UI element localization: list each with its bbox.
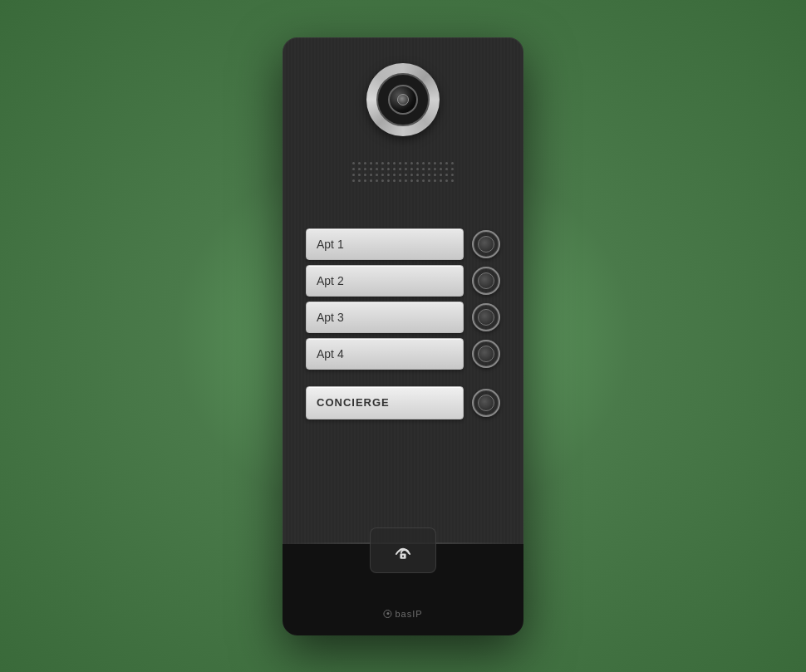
camera-mount: [366, 62, 440, 137]
nfc-section: [370, 527, 436, 573]
speaker-section: [320, 150, 486, 195]
apt1-button[interactable]: Apt 1: [306, 228, 464, 260]
apt3-call-button[interactable]: [472, 303, 500, 331]
brand-section: basIP: [383, 609, 422, 619]
apt4-call-button[interactable]: [472, 340, 500, 368]
apt3-call-button-inner: [478, 309, 494, 326]
apt2-call-button-inner: [478, 272, 494, 289]
concierge-section: CONCIERGE: [283, 386, 523, 419]
apt1-call-button[interactable]: [472, 230, 500, 258]
apt4-button[interactable]: Apt 4: [306, 338, 464, 370]
concierge-row: CONCIERGE: [306, 386, 500, 419]
svg-point-1: [402, 556, 404, 557]
nfc-icon: [388, 535, 418, 565]
camera-lens-center: [397, 94, 409, 105]
brand-name: basIP: [395, 609, 422, 619]
apt2-row: Apt 2: [306, 265, 500, 297]
apt1-call-button-inner: [478, 236, 494, 253]
buttons-section: Apt 1 Apt 2 Apt 3 Apt 4: [283, 228, 523, 370]
camera-section: [283, 37, 523, 145]
brand-logo: basIP: [383, 609, 422, 619]
camera-lens: [388, 85, 418, 115]
camera-ring-outer: [366, 63, 440, 136]
apt1-row: Apt 1: [306, 228, 500, 260]
brand-icon: [383, 610, 391, 618]
concierge-button[interactable]: CONCIERGE: [306, 386, 464, 419]
device-inner: Apt 1 Apt 2 Apt 3 Apt 4: [283, 37, 523, 635]
apt2-call-button[interactable]: [472, 267, 500, 295]
concierge-call-button-inner: [478, 395, 494, 411]
apt3-button[interactable]: Apt 3: [306, 302, 464, 333]
brand-dot: [386, 612, 389, 615]
apt4-row: Apt 4: [306, 338, 500, 370]
apt4-call-button-inner: [478, 346, 494, 362]
concierge-call-button[interactable]: [472, 389, 500, 417]
apt3-row: Apt 3: [306, 302, 500, 333]
intercom-device: Apt 1 Apt 2 Apt 3 Apt 4: [283, 37, 523, 635]
speaker-dots: [352, 162, 454, 182]
apt2-button[interactable]: Apt 2: [306, 265, 464, 297]
nfc-reader[interactable]: [370, 527, 436, 573]
camera-ring-inner: [376, 73, 430, 126]
